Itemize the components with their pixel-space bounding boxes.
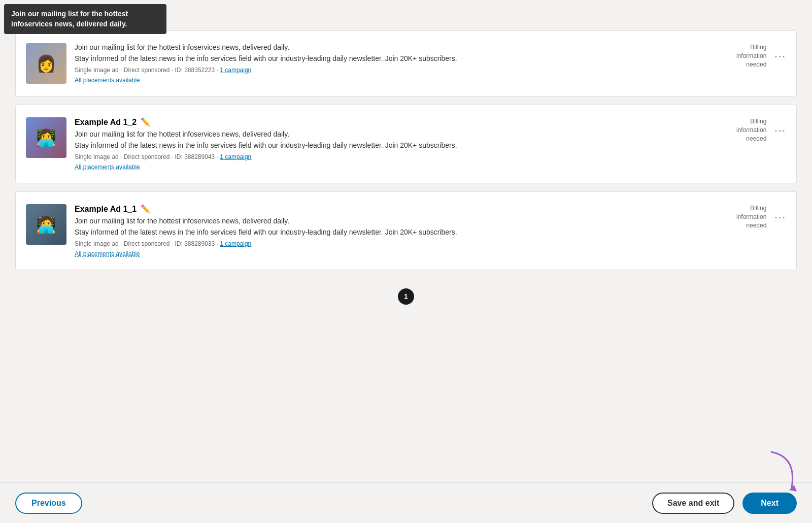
- ad-headline-1: Join our mailing list for the hottest in…: [75, 43, 726, 51]
- ad-meta-2: Single Image ad · Direct sponsored · ID:…: [75, 153, 726, 160]
- more-options-1[interactable]: ···: [774, 50, 786, 62]
- footer-right: Save and exit Next: [652, 493, 797, 514]
- billing-status-3: Billing information needed: [736, 204, 766, 230]
- ad-type-3: Single Image ad: [75, 240, 119, 247]
- ad-description-3: Stay informed of the latest news in the …: [75, 228, 726, 236]
- ad-meta-3: Single Image ad · Direct sponsored · ID:…: [75, 240, 726, 247]
- page-number[interactable]: 1: [398, 288, 414, 305]
- more-options-2[interactable]: ···: [774, 124, 786, 136]
- ad-meta-1: Single Image ad · Direct sponsored · ID:…: [75, 67, 726, 74]
- ad-card-2: 👩‍💻 Example Ad 1_2 ✏️ Join our mailing l…: [15, 105, 797, 183]
- ad-title-2: Example Ad 1_2: [75, 118, 137, 127]
- ad-headline-2: Join our mailing list for the hottest in…: [75, 130, 726, 138]
- ad-title-row-2: Example Ad 1_2 ✏️: [75, 117, 726, 127]
- next-button[interactable]: Next: [742, 493, 797, 514]
- ad-title-3: Example Ad 1_1: [75, 205, 137, 214]
- save-exit-button[interactable]: Save and exit: [652, 493, 734, 514]
- ad-placements-2[interactable]: All placements available: [75, 164, 726, 171]
- edit-icon-2[interactable]: ✏️: [141, 117, 151, 127]
- ad-thumbnail-1: 👩: [26, 43, 66, 84]
- ad-body-2: Example Ad 1_2 ✏️ Join our mailing list …: [75, 117, 726, 171]
- more-options-3[interactable]: ···: [774, 211, 786, 223]
- svg-marker-0: [789, 485, 797, 492]
- previous-button[interactable]: Previous: [15, 493, 82, 514]
- ad-thumbnail-3: 🧑‍💻: [26, 204, 66, 245]
- ad-description-1: Stay informed of the latest news in the …: [75, 54, 726, 62]
- tooltip-overlay: Join our mailing list for the hottest in…: [4, 4, 166, 34]
- ad-placements-1[interactable]: All placements available: [75, 77, 726, 84]
- footer: Previous Save and exit Next: [0, 482, 812, 523]
- tooltip-text: Join our mailing list for the hottest in…: [11, 10, 128, 28]
- ad-card-3: 🧑‍💻 Example Ad 1_1 ✏️ Join our mailing l…: [15, 191, 797, 270]
- ad-right-1: Billing information needed ···: [736, 43, 786, 69]
- campaign-link-2[interactable]: 1 campaign: [220, 153, 251, 160]
- pagination: 1: [15, 278, 797, 315]
- ad-id-2: ID: 388289043: [175, 153, 215, 160]
- sponsored-type-3: Direct sponsored: [124, 240, 170, 247]
- ad-headline-3: Join our mailing list for the hottest in…: [75, 217, 726, 225]
- ad-body-3: Example Ad 1_1 ✏️ Join our mailing list …: [75, 204, 726, 257]
- billing-status-2: Billing information needed: [736, 117, 766, 143]
- sponsored-type-2: Direct sponsored: [124, 153, 170, 160]
- ad-body-1: Join our mailing list for the hottest in…: [75, 43, 726, 84]
- main-content: 👩 Join our mailing list for the hottest …: [0, 0, 812, 482]
- billing-status-1: Billing information needed: [736, 43, 766, 69]
- sponsored-type-1: Direct sponsored: [124, 67, 170, 74]
- ad-id-1: ID: 388352223: [175, 67, 215, 74]
- ad-card-1: 👩 Join our mailing list for the hottest …: [15, 30, 797, 96]
- ad-type-2: Single Image ad: [75, 153, 119, 160]
- next-button-container: Next: [742, 493, 797, 514]
- ad-placements-3[interactable]: All placements available: [75, 250, 726, 257]
- ad-title-row-3: Example Ad 1_1 ✏️: [75, 204, 726, 214]
- campaign-link-3[interactable]: 1 campaign: [220, 240, 251, 247]
- ad-description-2: Stay informed of the latest news in the …: [75, 141, 726, 149]
- edit-icon-3[interactable]: ✏️: [141, 204, 151, 214]
- ad-right-2: Billing information needed ···: [736, 117, 786, 143]
- ad-right-3: Billing information needed ···: [736, 204, 786, 230]
- campaign-link-1[interactable]: 1 campaign: [220, 67, 251, 74]
- ad-type-1: Single Image ad: [75, 67, 119, 74]
- ad-id-3: ID: 388289033: [175, 240, 215, 247]
- ad-thumbnail-2: 👩‍💻: [26, 117, 66, 158]
